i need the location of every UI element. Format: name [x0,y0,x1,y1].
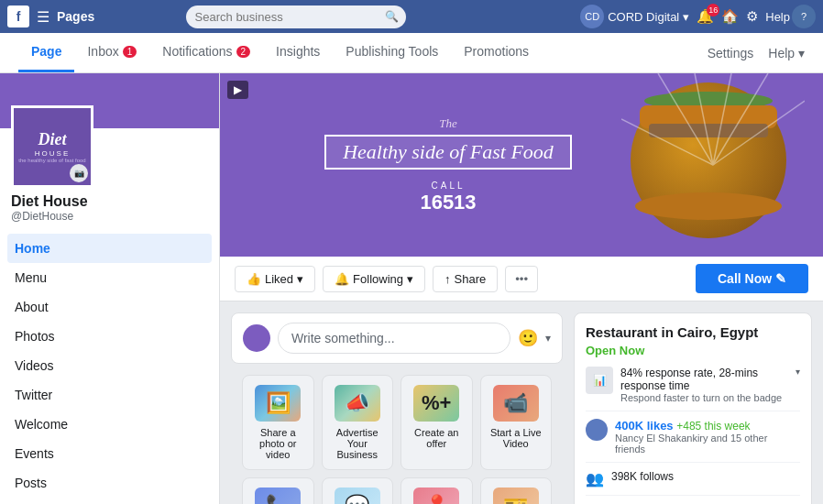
liked-button[interactable]: 👍 Liked ▾ [235,266,315,292]
write-post-box: Write something... 🙂 ▾ [231,312,563,364]
tile-event-icon: 🎫 [493,488,539,504]
sidebar-item-posts[interactable]: Posts [0,468,219,498]
restaurant-type: Restaurant in Cairo, Egypt [586,324,800,340]
following-button[interactable]: 🔔 Following ▾ [323,266,425,292]
search-container: 🔍 [186,5,406,28]
sidebar-item-welcome[interactable]: Welcome [0,410,219,439]
top-navigation: f ☰ Pages 🔍 CD CORD Digital ▾ 🔔 16 🏠 ⚙ H… [0,0,823,33]
following-label: Following [353,272,403,286]
write-post-inner: Write something... 🙂 ▾ [232,313,562,363]
video-icon: ▶ [227,81,248,99]
camera-icon[interactable]: 📷 [70,164,88,182]
sub-nav-right: Settings Help ▾ [708,33,805,72]
menu-icon[interactable]: ☰ [37,8,49,26]
likes-week: +485 this week [676,420,750,433]
help-button[interactable]: Help ? [765,5,816,28]
notifications-badge: 16 [707,4,719,16]
tile-messages[interactable]: 💬 Get messages [322,477,394,504]
response-rate-text: 84% response rate, 28-mins response time [620,367,788,392]
tile-photo[interactable]: 🖼️ Share a photo or video [242,375,314,470]
nav-right: CD CORD Digital ▾ 🔔 16 🏠 ⚙ Help ? [580,5,816,28]
page-cover: ▶ The Healthy side of Fast Food CALL 165… [220,73,823,257]
emoji-icon[interactable]: 🙂 [518,328,538,348]
sidebar-item-videos[interactable]: Videos [0,351,219,380]
response-chevron[interactable]: ▾ [796,367,800,377]
help-label: Help [765,10,790,24]
sidebar-item-twitter[interactable]: Twitter [0,380,219,410]
write-post-input[interactable]: Write something... [278,323,510,354]
tab-inbox[interactable]: Inbox 1 [74,33,149,72]
tab-publishing-tools[interactable]: Publishing Tools [333,33,451,72]
posts-area: Write something... 🙂 ▾ 🖼️ Share a photo … [220,301,823,504]
page-name: Diet House [11,193,208,210]
app-title: Pages [57,9,94,24]
tile-offer-icon: %+ [413,385,459,422]
tile-event[interactable]: 🎫 Create an event [480,477,553,504]
share-icon: ↑ [444,272,451,286]
likes-number: 400K likes [615,419,674,433]
notifications-tab-badge: 2 [236,46,251,58]
cover-call-number: 16513 [420,191,476,214]
sidebar-item-photos[interactable]: Photos [0,322,219,351]
right-panel: Restaurant in Cairo, Egypt Open Now 📊 84… [574,312,812,504]
likes-friends-text: Nancy El Shakankiry and 15 other friends [615,433,800,455]
call-now-button[interactable]: Call Now ✎ [696,264,808,293]
tile-location[interactable]: 📍 Help people find your business [401,477,473,504]
tile-offer-label: Create an offer [409,427,465,449]
response-icon: 📊 [586,367,613,394]
cover-title-main: Healthy side of Fast Food [324,135,572,170]
posts-left: Write something... 🙂 ▾ 🖼️ Share a photo … [231,312,563,504]
settings-link[interactable]: Settings [708,46,754,60]
follows-row: 👥 398K follows [586,470,800,496]
share-button[interactable]: ↑ Share [433,266,498,292]
sidebar-item-about[interactable]: About [0,292,219,322]
cover-title-top: The [439,116,457,131]
inbox-badge: 1 [123,46,137,58]
tile-live-icon: 📹 [493,385,539,422]
follows-count: 398K follows [611,470,674,483]
sidebar-item-events[interactable]: Events [0,439,219,468]
tile-photo-label: Share a photo or video [250,427,306,460]
likes-info: 400K likes +485 this week Nancy El Shaka… [615,419,800,455]
tile-offer[interactable]: %+ Create an offer [401,375,473,470]
tile-advertise[interactable]: 📣 Advertise Your Business [322,375,394,470]
likes-thumb [586,419,608,441]
sub-nav-left: Page Inbox 1 Notifications 2 Insights Pu… [18,33,542,72]
profile-button[interactable]: CD CORD Digital ▾ [580,5,689,28]
respond-faster-text: Respond faster to turn on the badge [620,392,788,403]
share-label: Share [455,272,487,286]
tile-messages-icon: 💬 [335,488,380,504]
more-button[interactable]: ••• [505,266,538,292]
tab-page[interactable]: Page [18,33,74,72]
pages-icon[interactable]: 🏠 [721,8,739,25]
search-input[interactable] [186,5,406,28]
tile-live[interactable]: 📹 Start a Live Video [480,375,553,470]
page-handle: @DietHouse [11,210,208,223]
tab-promotions[interactable]: Promotions [451,33,542,72]
liked-icon: 👍 [247,272,261,286]
call-now-label: Call Now ✎ [718,271,786,286]
action-bar: 👍 Liked ▾ 🔔 Following ▾ ↑ Share ••• Call… [220,257,823,301]
response-row: 📊 84% response rate, 28-mins response ti… [586,367,800,411]
tab-notifications[interactable]: Notifications 2 [149,33,263,72]
liked-chevron: ▾ [297,272,303,286]
page-profile-pic: Diet HOUSE the healthy side of fast food… [11,105,93,188]
tile-calls-icon: 📞 [255,488,301,504]
sidebar-item-home[interactable]: Home [7,234,212,263]
write-post-chevron[interactable]: ▾ [545,332,551,345]
tile-location-icon: 📍 [413,488,459,504]
settings-icon[interactable]: ⚙ [746,8,758,25]
notifications-icon[interactable]: 🔔 16 [697,8,714,25]
profile-chevron: ▾ [683,10,689,24]
following-icon: 🔔 [335,272,349,286]
help-link[interactable]: Help ▾ [768,46,805,60]
sidebar-item-menu[interactable]: Menu [0,263,219,292]
page-content: ▶ The Healthy side of Fast Food CALL 165… [220,73,823,504]
sidebar-page-info: Diet House @DietHouse [0,188,219,230]
following-chevron: ▾ [407,272,413,286]
tile-calls[interactable]: 📞 Get phone calls [242,477,314,504]
sidebar-item-services[interactable]: Services [0,498,219,504]
tab-insights[interactable]: Insights [263,33,333,72]
svg-line-3 [713,73,768,165]
sidebar-profile: Diet HOUSE the healthy side of fast food… [0,73,219,230]
